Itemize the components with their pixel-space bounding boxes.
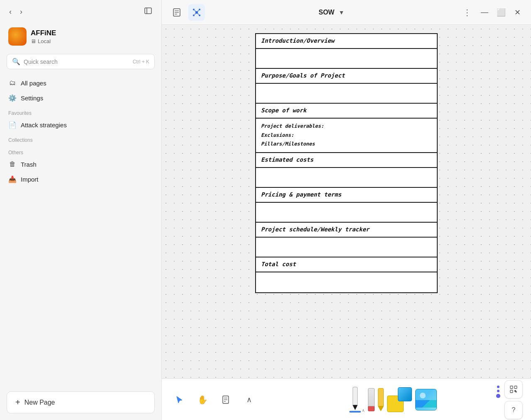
sow-row-7 — [256, 168, 437, 188]
doc-icon: 📄 — [8, 121, 17, 129]
favourites-nav: 📄 Attack strategies — [0, 118, 161, 132]
trash-label: Trash — [21, 161, 37, 168]
sow-row-8: Pricing & payment terms — [256, 188, 437, 203]
favourites-section-label: Favourites — [0, 105, 161, 118]
sidebar-item-all-pages[interactable]: 🗂 All pages — [3, 76, 158, 90]
search-placeholder: Quick search — [24, 58, 129, 65]
svg-point-8 — [199, 9, 200, 10]
nav-back-button[interactable]: ‹ — [7, 6, 14, 18]
workspace-info: AFFiNE 🖥 Local — [0, 23, 161, 52]
others-section-label: Others — [0, 145, 161, 157]
marker-tool-item — [378, 388, 384, 411]
grid-button[interactable] — [504, 380, 523, 398]
sow-row-5: Project deliverables: Exclusions: Pillar… — [256, 119, 437, 153]
pages-icon: 🗂 — [8, 79, 17, 87]
quick-search-bar[interactable]: 🔍 Quick search Ctrl + K — [7, 54, 155, 69]
sow-row-13 — [256, 272, 437, 292]
window-controls: — ⬜ ✕ — [478, 6, 524, 19]
bottom-right-tools: ? — [504, 380, 523, 419]
select-tool-button[interactable] — [170, 391, 188, 409]
collections-section-label: Collections — [0, 132, 161, 145]
sow-row-12: Total cost — [256, 257, 437, 272]
sow-row-11 — [256, 238, 437, 257]
new-page-label: New Page — [24, 399, 55, 406]
sow-row-9 — [256, 203, 437, 223]
page-tool-button[interactable] — [217, 391, 235, 409]
workspace-details: AFFiNE 🖥 Local — [31, 29, 56, 44]
sidebar-top-bar: ‹ › — [0, 0, 161, 23]
close-button[interactable]: ✕ — [511, 6, 524, 19]
sow-row-4: Scope of work — [256, 104, 437, 119]
bottom-tools-center: ∧ — [263, 387, 523, 413]
import-icon: 📥 — [8, 175, 17, 183]
workspace-avatar — [8, 27, 27, 46]
sidebar-item-import[interactable]: 📥 Import — [3, 172, 158, 187]
svg-line-11 — [195, 10, 196, 12]
sidebar-toggle-button[interactable] — [141, 5, 155, 18]
svg-rect-20 — [514, 386, 517, 388]
plus-icon: + — [15, 398, 20, 407]
canvas-area[interactable]: Introduction/OverviewPurpose/Goals of Pr… — [162, 25, 531, 379]
sidebar-footer: + New Page — [0, 385, 161, 420]
search-shortcut: Ctrl + K — [133, 59, 149, 65]
eraser-tool-item — [368, 388, 375, 411]
sidebar-nav: 🗂 All pages ⚙️ Settings — [0, 76, 161, 105]
attack-strategies-label: Attack strategies — [21, 121, 67, 129]
settings-label: Settings — [21, 95, 43, 102]
settings-icon: ⚙️ — [8, 94, 17, 102]
sow-row-2: Purpose/Goals of Project — [256, 69, 437, 84]
help-button[interactable]: ? — [504, 401, 523, 419]
sidebar-item-trash[interactable]: 🗑 Trash — [3, 157, 158, 171]
svg-rect-21 — [510, 390, 513, 393]
svg-rect-0 — [145, 8, 151, 14]
bottom-toolbar: ✋ ∧ ∧ — [162, 379, 531, 420]
sow-document: Introduction/OverviewPurpose/Goals of Pr… — [255, 33, 438, 293]
main-content: SOW ▼ ⋮ — ⬜ ✕ Introduction/OverviewPurpo… — [162, 0, 531, 420]
trash-icon: 🗑 — [8, 160, 17, 168]
maximize-button[interactable]: ⬜ — [494, 6, 508, 19]
pen-tool-item: ∧ — [349, 387, 365, 413]
svg-line-14 — [197, 13, 199, 15]
title-dropdown-button[interactable]: ▼ — [337, 8, 346, 17]
sidebar: ‹ › AFFiNE 🖥 Local 🔍 Quick search Ctrl +… — [0, 0, 162, 420]
expand-tool-button[interactable]: ∧ — [240, 391, 258, 409]
workspace-type: 🖥 Local — [31, 38, 56, 44]
svg-point-10 — [199, 15, 200, 16]
doc-view-button[interactable] — [168, 4, 185, 21]
main-toolbar: SOW ▼ ⋮ — ⬜ ✕ — [162, 0, 531, 25]
search-icon: 🔍 — [12, 58, 20, 66]
workspace-name: AFFiNE — [31, 29, 56, 37]
sow-row-0: Introduction/Overview — [256, 34, 437, 49]
new-page-button[interactable]: + New Page — [7, 391, 155, 413]
sow-row-6: Estimated costs — [256, 153, 437, 168]
nav-arrows: ‹ › — [7, 6, 25, 18]
svg-rect-19 — [510, 386, 513, 388]
svg-point-7 — [193, 9, 195, 10]
shapes-tool-item — [387, 387, 412, 412]
image-shape — [415, 389, 437, 410]
minimize-button[interactable]: — — [478, 6, 491, 19]
svg-line-13 — [195, 13, 196, 15]
pen-chevron-icon: ∧ — [362, 408, 365, 413]
sow-row-1 — [256, 49, 437, 69]
svg-line-12 — [197, 10, 199, 12]
document-title: SOW — [319, 9, 334, 16]
nav-forward-button[interactable]: › — [17, 6, 25, 18]
connector-dots — [496, 386, 500, 398]
sidebar-item-attack-strategies[interactable]: 📄 Attack strategies — [3, 118, 158, 132]
hand-tool-button[interactable]: ✋ — [193, 391, 212, 409]
all-pages-label: All pages — [21, 80, 46, 87]
sow-row-3 — [256, 84, 437, 104]
more-options-button[interactable]: ⋮ — [460, 6, 475, 19]
image-tool-item — [415, 389, 437, 410]
import-label: Import — [21, 176, 39, 183]
toolbar-title-section: SOW ▼ — [319, 8, 346, 17]
canvas-view-button[interactable] — [188, 4, 205, 21]
sidebar-item-settings[interactable]: ⚙️ Settings — [3, 91, 158, 105]
sow-row-10: Project schedule/Weekly tracker — [256, 223, 437, 238]
monitor-icon: 🖥 — [31, 38, 36, 44]
others-nav: 🗑 Trash 📥 Import — [0, 157, 161, 187]
svg-point-9 — [193, 15, 195, 16]
